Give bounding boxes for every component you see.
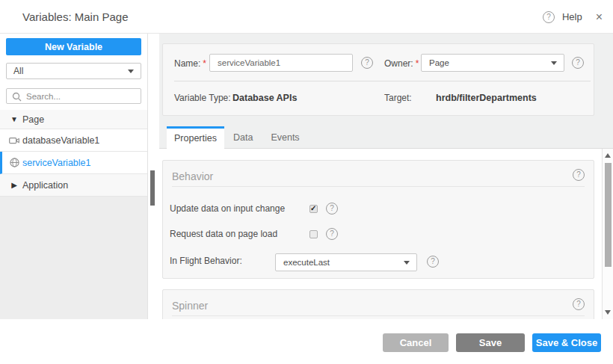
- save-button[interactable]: Save: [456, 333, 525, 352]
- owner-select-value: Page: [429, 58, 449, 67]
- variable-type-value: Database APIs: [232, 93, 297, 103]
- request-data-help-icon[interactable]: ?: [326, 228, 338, 240]
- variable-type-label: Variable Type:: [174, 93, 231, 103]
- inflight-help-icon[interactable]: ?: [427, 256, 439, 268]
- name-input[interactable]: [209, 54, 353, 72]
- tree-item-servicevariable1[interactable]: serviceVariable1: [0, 152, 147, 174]
- sidebar: New Variable All ▼ Page: [0, 34, 148, 319]
- spinner-title: Spinner: [172, 300, 208, 312]
- variables-dialog: Variables: Main Page ? Help × New Variab…: [0, 0, 613, 364]
- tab-data[interactable]: Data: [224, 126, 262, 149]
- inflight-behavior-value: executeLast: [283, 258, 330, 267]
- chevron-down-icon: [551, 61, 557, 65]
- tree-group-label: Application: [22, 180, 68, 191]
- update-data-help-icon[interactable]: ?: [326, 203, 338, 215]
- name-label: Name:*: [174, 58, 206, 69]
- scroll-up-icon[interactable]: [605, 153, 611, 158]
- database-variable-icon: [6, 136, 22, 145]
- variable-summary-panel: Name:* ? Owner:* Page ? Variable Type: D…: [162, 43, 594, 116]
- target-value: hrdb/filterDepartments: [436, 93, 537, 103]
- triangle-collapsed-icon: ▶: [6, 181, 22, 189]
- update-data-label: Update data on input change: [170, 203, 285, 214]
- cancel-button[interactable]: Cancel: [383, 333, 449, 352]
- owner-help-icon[interactable]: ?: [572, 57, 584, 69]
- behavior-help-icon[interactable]: ?: [573, 169, 585, 181]
- tree-item-databasevariable1[interactable]: databaseVariable1: [0, 129, 147, 152]
- behavior-section: Behavior ? Update data on input change ?…: [162, 160, 594, 279]
- spinner-section: Spinner ?: [162, 289, 594, 319]
- chevron-down-icon: [128, 70, 134, 73]
- help-icon[interactable]: ?: [543, 11, 555, 23]
- required-asterisk: *: [203, 58, 206, 69]
- target-label: Target:: [384, 93, 412, 103]
- tree-item-label: databaseVariable1: [22, 135, 99, 146]
- close-icon[interactable]: ×: [596, 10, 603, 24]
- content-scrollbar-thumb[interactable]: [605, 163, 612, 267]
- search-icon: [12, 92, 22, 102]
- scroll-down-icon[interactable]: [605, 310, 611, 315]
- request-data-checkbox[interactable]: [309, 230, 318, 238]
- owner-label: Owner:*: [384, 58, 419, 69]
- property-row: Update data on input change ?: [163, 196, 594, 221]
- search-box: [6, 88, 141, 104]
- dialog-title: Variables: Main Page: [22, 0, 128, 34]
- request-data-label: Request data on page load: [170, 229, 277, 239]
- tab-bar: Properties Data Events: [159, 126, 613, 149]
- dialog-body: New Variable All ▼ Page: [0, 34, 613, 320]
- property-row: In Flight Behavior: executeLast ?: [163, 247, 594, 277]
- tab-properties[interactable]: Properties: [167, 126, 224, 149]
- behavior-title: Behavior: [172, 170, 213, 182]
- inflight-behavior-select[interactable]: executeLast: [275, 253, 417, 271]
- property-row: Request data on page load ?: [163, 221, 594, 247]
- tree-group-application[interactable]: ▶ Application: [0, 174, 147, 197]
- sidebar-scrollbar-thumb[interactable]: [150, 170, 155, 206]
- search-input[interactable]: [26, 89, 138, 103]
- save-close-button[interactable]: Save & Close: [532, 333, 601, 352]
- dialog-header: Variables: Main Page ? Help ×: [0, 0, 613, 34]
- sidebar-scrollbar[interactable]: [148, 34, 159, 319]
- new-variable-button[interactable]: New Variable: [6, 38, 141, 55]
- dialog-footer: Cancel Save Save & Close: [0, 319, 613, 364]
- tree-group-page[interactable]: ▼ Page: [0, 110, 147, 129]
- content-scrollbar[interactable]: [602, 149, 613, 319]
- tab-events[interactable]: Events: [262, 126, 308, 149]
- variable-tree: ▼ Page databaseVariable1 serviceVariable…: [0, 110, 147, 197]
- spinner-help-icon[interactable]: ?: [573, 298, 585, 310]
- inflight-behavior-label: In Flight Behavior:: [170, 256, 242, 266]
- required-asterisk: *: [416, 58, 419, 69]
- main-panel: Name:* ? Owner:* Page ? Variable Type: D…: [159, 34, 613, 319]
- name-help-icon[interactable]: ?: [361, 57, 373, 69]
- service-variable-icon: [6, 158, 22, 167]
- help-label[interactable]: Help: [562, 11, 582, 22]
- filter-dropdown[interactable]: All: [6, 63, 141, 79]
- tree-item-label: serviceVariable1: [22, 158, 90, 168]
- properties-content: Behavior ? Update data on input change ?…: [159, 149, 602, 319]
- triangle-expanded-icon: ▼: [6, 115, 22, 123]
- tree-group-label: Page: [22, 114, 44, 125]
- filter-dropdown-value: All: [13, 66, 23, 76]
- owner-select[interactable]: Page: [421, 54, 564, 72]
- update-data-checkbox[interactable]: [309, 205, 318, 213]
- chevron-down-icon: [404, 261, 410, 265]
